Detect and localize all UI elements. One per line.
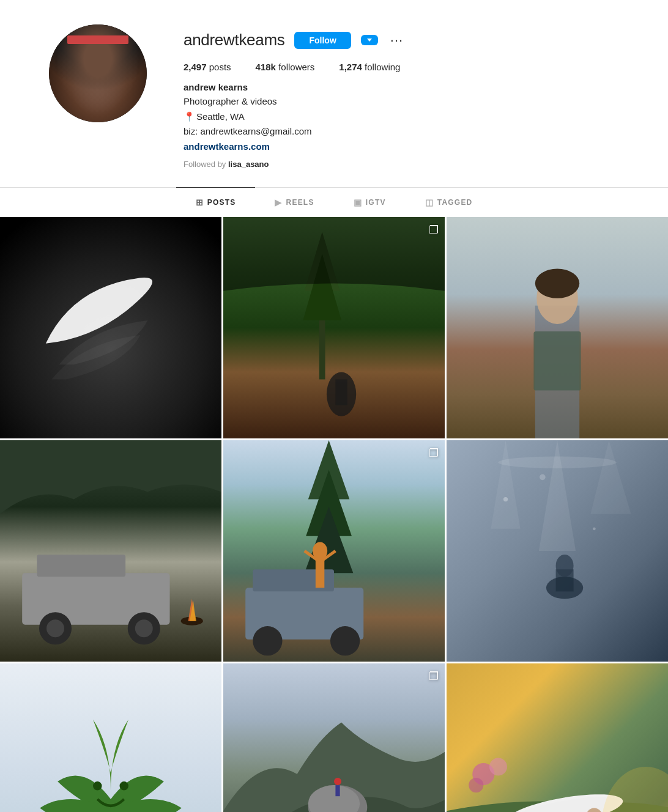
stats-row: 2,497 posts 418k followers 1,274 followi…: [184, 62, 619, 72]
bio-location: 📍 Seattle, WA: [184, 110, 619, 124]
svg-point-37: [540, 474, 546, 481]
svg-rect-7: [335, 379, 347, 405]
followed-by-user[interactable]: lisa_asano: [228, 160, 269, 169]
svg-point-17: [46, 619, 64, 637]
mountain-post-image: [223, 663, 445, 812]
multi-post-icon-8: ❐: [429, 670, 439, 683]
following-count: 1,274: [339, 62, 362, 72]
grid-post-5[interactable]: ❐: [223, 440, 445, 662]
followed-by-prefix: Followed by: [184, 160, 228, 169]
profile-top-row: andrewtkeams Follow ···: [184, 31, 619, 50]
svg-point-40: [556, 555, 574, 577]
bio-biz: biz: andrewtkearns@gmail.com: [184, 125, 619, 139]
grid-post-9[interactable]: [447, 663, 668, 812]
bio-link[interactable]: andrewtkearns.com: [184, 141, 270, 152]
location-text: Seattle, WA: [196, 110, 245, 124]
grid-post-1[interactable]: [0, 217, 221, 438]
tab-igtv-label: IGTV: [366, 198, 386, 207]
avatar: [49, 24, 147, 122]
portrait-post-image: [447, 217, 668, 438]
display-name: andrew kearns: [184, 82, 619, 92]
tab-tagged-label: TAGGED: [437, 198, 473, 207]
surfboard-post-image: [447, 663, 668, 812]
tab-reels[interactable]: ▶ REELS: [255, 187, 333, 217]
svg-point-32: [253, 626, 282, 655]
tab-posts-label: POSTS: [207, 198, 236, 207]
username: andrewtkeams: [184, 31, 284, 50]
avatar-wrap: [49, 24, 147, 122]
followers-label: followers: [278, 62, 314, 72]
follow-button[interactable]: Follow: [294, 32, 351, 49]
following-label: following: [365, 62, 400, 72]
more-options-button[interactable]: ···: [388, 32, 406, 48]
svg-rect-15: [37, 555, 125, 577]
svg-rect-12: [533, 331, 581, 391]
following-stat[interactable]: 1,274 following: [339, 62, 400, 72]
grid-post-4[interactable]: [0, 440, 221, 662]
followers-count: 418k: [256, 62, 276, 72]
svg-point-41: [498, 457, 616, 468]
igtv-tab-icon: ▣: [354, 197, 362, 207]
posts-tab-icon: ⊞: [196, 197, 204, 207]
multi-post-icon-5: ❐: [429, 446, 439, 460]
follow-dropdown-button[interactable]: [361, 35, 378, 45]
svg-point-45: [119, 781, 128, 790]
followers-stat[interactable]: 418k followers: [256, 62, 315, 72]
svg-rect-1: [0, 217, 221, 438]
reels-tab-icon: ▶: [275, 197, 282, 207]
svg-rect-53: [335, 785, 340, 796]
avatar-image: [49, 24, 147, 122]
tab-tagged[interactable]: ◫ TAGGED: [406, 187, 492, 217]
grid-post-6[interactable]: [447, 440, 668, 662]
followed-by: Followed by lisa_asano: [184, 160, 619, 169]
bio-link-wrap: andrewtkearns.com: [184, 140, 619, 154]
svg-point-33: [330, 626, 360, 655]
profile-tabs: ⊞ POSTS ▶ REELS ▣ IGTV ◫ TAGGED: [0, 188, 668, 217]
svg-point-44: [93, 781, 102, 790]
profile-header: andrewtkeams Follow ··· 2,497 posts 418k…: [0, 0, 668, 187]
tab-reels-label: REELS: [286, 198, 314, 207]
svg-point-36: [593, 527, 596, 530]
svg-point-52: [334, 778, 341, 785]
svg-point-62: [489, 758, 507, 775]
posts-stat[interactable]: 2,497 posts: [184, 62, 231, 72]
underwater-post-image: [447, 440, 668, 662]
cave-post-image: [223, 217, 445, 438]
svg-point-63: [469, 778, 483, 792]
grid-post-7[interactable]: [0, 663, 221, 812]
tagged-tab-icon: ◫: [425, 197, 434, 207]
leaf-post-image: [0, 663, 221, 812]
svg-point-11: [535, 268, 579, 298]
hiker-post-image: [223, 440, 445, 662]
nike-post-image: [0, 217, 221, 438]
posts-label: posts: [209, 62, 231, 72]
pin-icon: 📍: [184, 110, 195, 124]
posts-count: 2,497: [184, 62, 207, 72]
bio-line1: Photographer & videos: [184, 95, 619, 109]
tab-igtv[interactable]: ▣ IGTV: [334, 187, 406, 217]
grid-post-8[interactable]: ❐: [223, 663, 445, 812]
grid-post-2[interactable]: ❐: [223, 217, 445, 438]
svg-point-19: [135, 619, 153, 637]
profile-info: andrewtkeams Follow ··· 2,497 posts 418k…: [184, 24, 619, 169]
svg-point-35: [503, 497, 508, 501]
posts-grid: ❐: [0, 217, 668, 812]
multi-post-icon-2: ❐: [429, 223, 439, 237]
tab-posts[interactable]: ⊞ POSTS: [176, 187, 256, 217]
chevron-down-icon: [367, 39, 372, 42]
grid-post-3[interactable]: [447, 217, 668, 438]
truck-post-image: [0, 440, 221, 662]
